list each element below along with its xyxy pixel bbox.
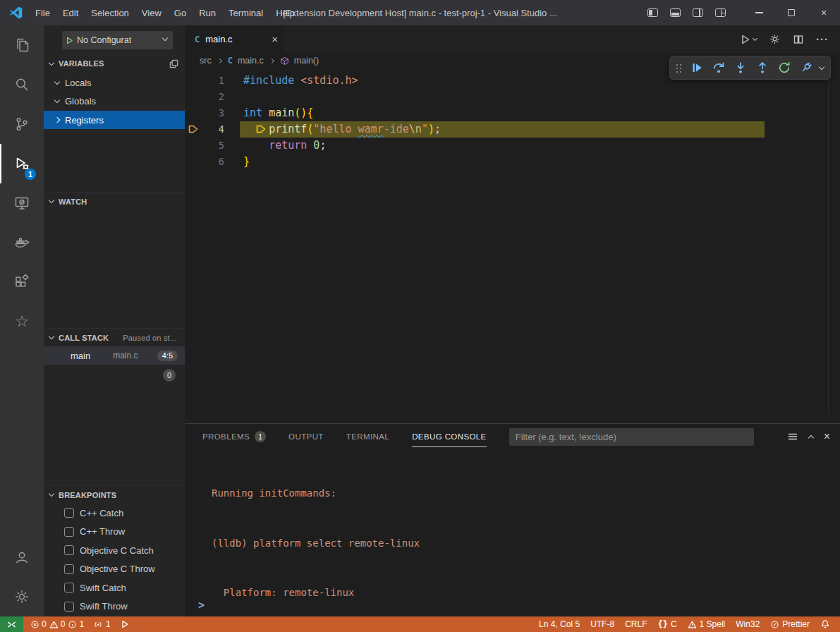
- line-number[interactable]: 6: [185, 154, 224, 170]
- split-editor-icon[interactable]: [793, 34, 804, 45]
- checkbox[interactable]: [64, 508, 74, 518]
- checkbox[interactable]: [64, 564, 74, 574]
- close-tab-icon[interactable]: ×: [272, 34, 278, 44]
- ports-status[interactable]: 1: [93, 619, 111, 629]
- menu-selection[interactable]: Selection: [85, 0, 135, 25]
- call-stack-frame[interactable]: main main.c 4:5: [44, 346, 185, 365]
- checkbox[interactable]: [64, 527, 74, 537]
- maximize-panel-icon[interactable]: [808, 435, 813, 441]
- watch-section-header[interactable]: WATCH: [44, 192, 185, 210]
- remote-indicator[interactable]: [0, 616, 23, 632]
- sidebar-item-remote-explorer[interactable]: [0, 183, 44, 223]
- variables-scope-globals[interactable]: Globals: [44, 92, 185, 110]
- code-line-2[interactable]: 2: [185, 89, 840, 105]
- run-menu-button[interactable]: [740, 34, 757, 45]
- problems-status[interactable]: 0 0 1: [30, 619, 84, 629]
- cursor-position[interactable]: Ln 4, Col 5: [539, 619, 580, 629]
- code-line-3[interactable]: 3 int main(){: [185, 105, 840, 121]
- sidebar-item-source-control[interactable]: [0, 104, 44, 144]
- ports-count: 1: [106, 619, 111, 629]
- console-menu-icon[interactable]: [787, 431, 798, 442]
- breakpoint-swift-throw[interactable]: Swift Throw: [44, 597, 185, 616]
- line-number[interactable]: 1: [185, 73, 224, 89]
- debug-console-input[interactable]: >: [198, 599, 205, 612]
- step-out-button[interactable]: [753, 58, 772, 78]
- debug-status[interactable]: [120, 619, 130, 629]
- code-line-4-current[interactable]: 4 printf("hello wamr-ide\n");: [185, 121, 840, 138]
- call-stack-section-header[interactable]: CALL STACK Paused on st...: [44, 328, 185, 346]
- line-number[interactable]: 3: [185, 105, 224, 121]
- tab-debug-console[interactable]: DEBUG CONSOLE: [412, 424, 487, 449]
- console-filter-input[interactable]: [509, 428, 754, 446]
- platform-indicator[interactable]: Win32: [736, 619, 760, 629]
- code-editor[interactable]: 1 #include <stdio.h> 2 3 int main(){ 4: [185, 68, 840, 423]
- breakpoint-objc-catch[interactable]: Objective C Catch: [44, 541, 185, 560]
- code-line-5[interactable]: 5 return 0;: [185, 138, 840, 154]
- debug-breakpoint-arrow-icon[interactable]: [188, 123, 199, 135]
- close-window-button[interactable]: ×: [808, 0, 840, 25]
- sidebar-item-docker[interactable]: [0, 223, 44, 262]
- variables-scope-registers[interactable]: Registers: [44, 111, 185, 129]
- breakpoint-objc-throw[interactable]: Objective C Throw: [44, 560, 185, 579]
- breakpoint-cpp-throw[interactable]: C++ Throw: [44, 523, 185, 542]
- breakpoints-section-header[interactable]: BREAKPOINTS: [44, 485, 185, 504]
- sidebar-item-starred[interactable]: ☆: [0, 302, 44, 341]
- breadcrumb-symbol[interactable]: main(): [294, 56, 319, 66]
- checkbox[interactable]: [64, 602, 74, 612]
- menu-run[interactable]: Run: [193, 0, 222, 25]
- maximize-button[interactable]: [775, 0, 808, 25]
- tab-problems[interactable]: PROBLEMS 1: [202, 424, 266, 449]
- toggle-panel-icon[interactable]: [670, 8, 681, 17]
- language-mode[interactable]: {} C: [657, 619, 676, 629]
- variables-scope-locals[interactable]: Locals: [44, 73, 185, 92]
- more-actions-icon[interactable]: ···: [816, 34, 829, 44]
- eol-indicator[interactable]: CRLF: [625, 619, 647, 629]
- formatter-status[interactable]: Prettier: [770, 619, 810, 629]
- spell-checker-status[interactable]: 1 Spell: [688, 619, 726, 629]
- settings-button[interactable]: [0, 577, 44, 616]
- notifications-button[interactable]: [820, 619, 830, 629]
- sidebar-item-search[interactable]: [0, 65, 44, 104]
- breadcrumb-file[interactable]: main.c: [238, 56, 264, 66]
- menu-view[interactable]: View: [135, 0, 168, 25]
- line-number[interactable]: 2: [185, 89, 224, 105]
- line-number[interactable]: 5: [185, 138, 224, 154]
- gear-icon[interactable]: [769, 33, 781, 45]
- code-token: "hello: [313, 123, 358, 135]
- step-over-button[interactable]: [709, 58, 729, 78]
- debug-session-chevron-icon[interactable]: [819, 63, 824, 69]
- step-into-button[interactable]: [731, 58, 750, 78]
- tab-terminal[interactable]: TERMINAL: [346, 424, 389, 449]
- minimize-button[interactable]: [743, 0, 775, 25]
- disconnect-button[interactable]: [796, 58, 816, 78]
- search-icon: [13, 76, 30, 93]
- tab-output[interactable]: OUTPUT: [288, 424, 324, 449]
- sidebar-item-explorer[interactable]: [0, 25, 44, 65]
- checkbox[interactable]: [64, 545, 74, 555]
- continue-button[interactable]: [687, 58, 707, 78]
- variables-section-header[interactable]: VARIABLES: [44, 54, 185, 73]
- breakpoint-swift-catch[interactable]: Swift Catch: [44, 578, 185, 597]
- checkbox[interactable]: [64, 583, 74, 592]
- toggle-secondary-sidebar-icon[interactable]: [693, 8, 703, 17]
- sidebar-item-run-and-debug[interactable]: 1: [0, 144, 44, 183]
- menu-terminal[interactable]: Terminal: [222, 0, 269, 25]
- menu-edit[interactable]: Edit: [56, 0, 85, 25]
- code-line-6[interactable]: 6 }: [185, 154, 840, 170]
- customize-layout-icon[interactable]: [715, 8, 726, 17]
- chevron-right-icon: [269, 58, 274, 63]
- drag-handle-icon[interactable]: [675, 63, 682, 73]
- restart-button[interactable]: [774, 58, 794, 78]
- breakpoint-cpp-catch[interactable]: C++ Catch: [44, 504, 185, 523]
- close-panel-icon[interactable]: ×: [824, 431, 830, 442]
- launch-configuration-dropdown[interactable]: No Configurat: [62, 31, 173, 49]
- breadcrumb-src[interactable]: src: [200, 56, 212, 66]
- toggle-sidebar-icon[interactable]: [647, 8, 658, 17]
- menu-go[interactable]: Go: [168, 0, 193, 25]
- tab-main-c[interactable]: C main.c ×: [185, 25, 286, 53]
- accounts-button[interactable]: [0, 537, 44, 577]
- menu-file[interactable]: File: [29, 0, 56, 25]
- section-actions-icon[interactable]: [169, 59, 179, 69]
- sidebar-item-extensions[interactable]: [0, 262, 44, 302]
- encoding-indicator[interactable]: UTF-8: [590, 619, 614, 629]
